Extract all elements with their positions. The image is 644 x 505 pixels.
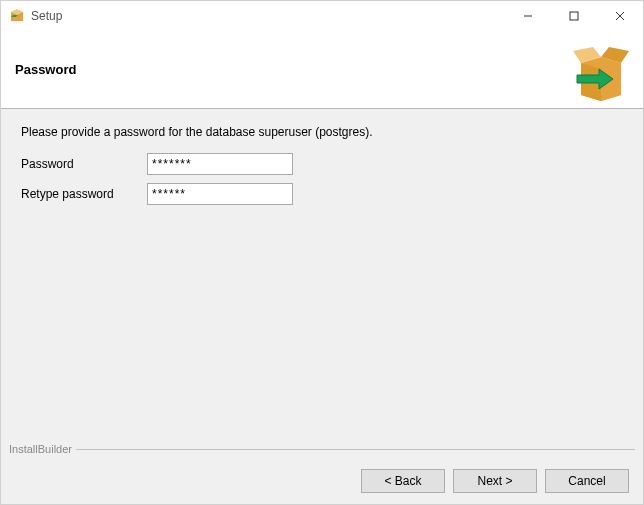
branding-text: InstallBuilder [9, 443, 76, 455]
installer-box-icon [569, 39, 633, 103]
wizard-body: Please provide a password for the databa… [1, 109, 643, 458]
wizard-footer: < Back Next > Cancel [1, 458, 643, 504]
page-title: Password [15, 62, 76, 77]
app-icon [9, 8, 25, 24]
maximize-button[interactable] [551, 1, 597, 31]
back-button[interactable]: < Back [361, 469, 445, 493]
retype-password-row: Retype password [21, 183, 623, 205]
close-button[interactable] [597, 1, 643, 31]
next-button[interactable]: Next > [453, 469, 537, 493]
divider-line [76, 449, 635, 450]
branding-row: InstallBuilder [9, 440, 635, 458]
password-label: Password [21, 157, 147, 171]
cancel-button[interactable]: Cancel [545, 469, 629, 493]
setup-window: Setup Password [0, 0, 644, 505]
minimize-button[interactable] [505, 1, 551, 31]
retype-password-label: Retype password [21, 187, 147, 201]
retype-password-input[interactable] [147, 183, 293, 205]
password-row: Password [21, 153, 623, 175]
wizard-header: Password [1, 31, 643, 109]
password-input[interactable] [147, 153, 293, 175]
titlebar: Setup [1, 1, 643, 31]
svg-rect-4 [570, 12, 578, 20]
window-title: Setup [31, 9, 505, 23]
description-text: Please provide a password for the databa… [21, 125, 623, 139]
window-controls [505, 1, 643, 31]
